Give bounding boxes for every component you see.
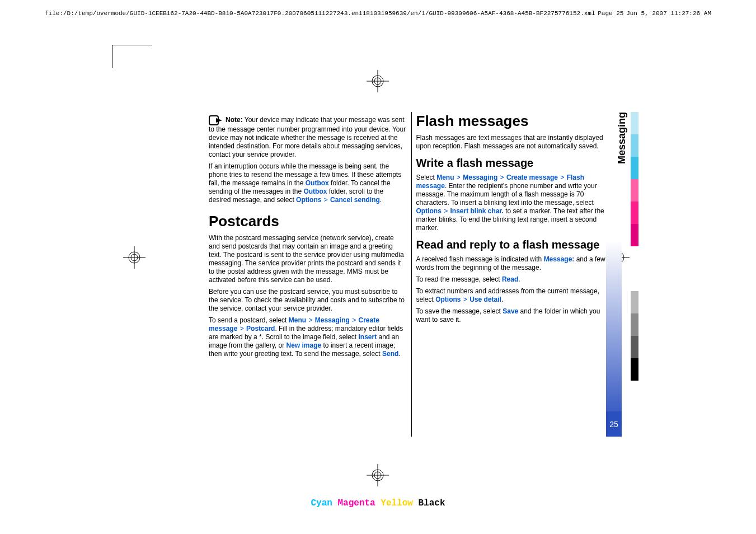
use-detail-link: Use detail: [469, 296, 501, 303]
messaging-link: Messaging: [315, 316, 350, 324]
create-message-link: Create message: [506, 174, 558, 181]
postcards-desc: With the postcard messaging service (net…: [209, 234, 407, 284]
menu-link: Menu: [289, 316, 306, 324]
options-link: Options: [416, 207, 442, 215]
color-bar: [631, 224, 638, 246]
svg-marker-17: [216, 118, 222, 123]
color-bar: [631, 112, 638, 134]
header-timestamp: Jun 5, 2007 11:27:26 AM: [626, 10, 711, 17]
message-label: Message:: [544, 255, 575, 263]
color-bar: [631, 269, 638, 291]
registration-mark-icon: [123, 246, 145, 269]
flash-desc: Flash messages are text messages that ar…: [416, 134, 614, 151]
side-gradient: [606, 241, 622, 437]
postcard-link: Postcard: [246, 325, 275, 332]
save-message: To save the message, select Save and the…: [416, 307, 614, 324]
postcards-heading: Postcards: [209, 212, 407, 231]
write-flash-body: Select Menu > Messaging > Create message…: [416, 174, 614, 232]
options-link: Options: [296, 196, 321, 204]
yellow-label: Yellow: [381, 498, 413, 508]
note-paragraph: Note: Your device may indicate that your…: [209, 115, 407, 159]
black-label: Black: [419, 498, 445, 508]
color-bar: [631, 336, 638, 358]
cmyk-footer: Cyan Magenta Yellow Black: [0, 498, 756, 508]
save-link: Save: [503, 307, 518, 315]
read-message: To read the message, select Read.: [416, 275, 614, 284]
send-link: Send: [382, 350, 398, 358]
menu-link: Menu: [436, 174, 454, 181]
registration-mark-icon: [367, 70, 389, 92]
color-bar: [631, 134, 638, 157]
column-right: Flash messages Flash messages are text m…: [411, 112, 619, 437]
color-bar: [631, 291, 638, 313]
color-bar: [631, 179, 638, 202]
outbox-paragraph: If an interruption occurs while the mess…: [209, 162, 407, 204]
extract-detail: To extract numbers and addresses from th…: [416, 287, 614, 304]
outbox-link: Outbox: [306, 179, 329, 187]
options-link: Options: [435, 296, 461, 303]
insert-link: Insert: [358, 333, 377, 341]
flash-messages-heading: Flash messages: [416, 112, 614, 130]
registration-mark-icon: [367, 464, 389, 486]
color-bar: [631, 358, 638, 381]
read-reply-heading: Read and reply to a flash message: [416, 238, 614, 252]
postcards-subscribe: Before you can use the postcard service,…: [209, 288, 407, 313]
new-image-link: New image: [287, 341, 322, 349]
page-content: Note: Your device may indicate that your…: [204, 112, 618, 437]
write-flash-heading: Write a flash message: [416, 156, 614, 170]
note-label: Note:: [226, 116, 243, 124]
color-bar: [631, 313, 638, 336]
note-icon: [209, 115, 223, 125]
crop-mark: [112, 45, 152, 68]
received-flash: A received flash message is indicated wi…: [416, 255, 614, 272]
color-calibration-bars: [631, 112, 638, 381]
insert-blink-link: Insert blink char.: [450, 207, 504, 215]
cyan-label: Cyan: [311, 498, 332, 508]
messaging-link: Messaging: [463, 174, 497, 181]
side-tab-label: Messaging: [616, 112, 628, 164]
magenta-label: Magenta: [337, 498, 375, 508]
postcards-send: To send a postcard, select Menu > Messag…: [209, 316, 407, 358]
color-bar: [631, 202, 638, 224]
page-number: 25: [606, 411, 622, 437]
color-bar: [631, 246, 638, 269]
cancel-sending-link: Cancel sending: [330, 196, 380, 204]
color-bar: [631, 157, 638, 179]
column-left: Note: Your device may indicate that your…: [204, 112, 411, 437]
header-page: Page 25: [598, 10, 623, 17]
read-link: Read: [502, 275, 518, 283]
header-path: file:/D:/temp/overmode/GUID-1CEEB162-7A2…: [45, 10, 595, 17]
outbox-link: Outbox: [303, 188, 327, 195]
